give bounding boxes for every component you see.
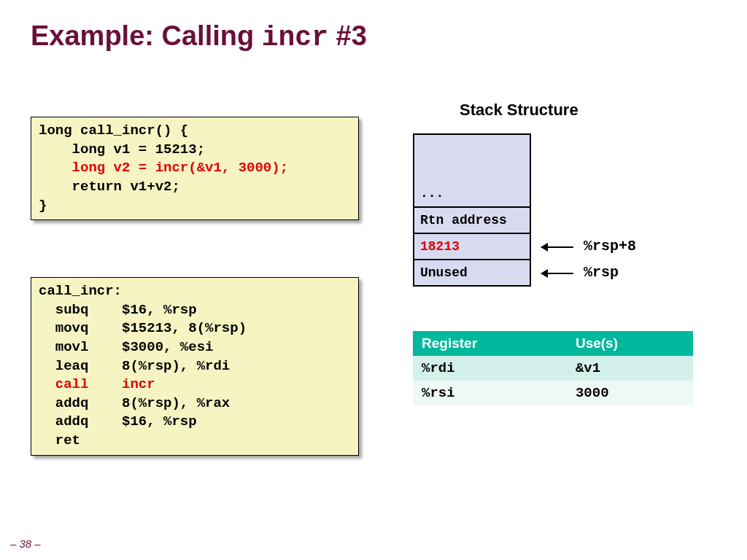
- c-line: long v1 = 15213;: [39, 141, 205, 158]
- asm-line-highlight: call incr: [39, 376, 155, 392]
- reg-name: %rdi: [413, 356, 567, 381]
- stack-cell: Unused: [413, 260, 531, 287]
- c-line-highlight: long v2 = incr(&v1, 3000);: [39, 160, 288, 176]
- slide-title: Example: Calling incr #3: [31, 20, 367, 53]
- stack-cell-value: 18213: [413, 234, 531, 260]
- arrow-icon: [541, 273, 573, 274]
- reg-name: %rsi: [413, 381, 567, 405]
- stack-cell: Rtn address: [413, 208, 531, 234]
- stack-pointer-label: %rsp+8: [584, 238, 636, 254]
- register-table: Register Use(s) %rdi &v1 %rsi 3000: [413, 331, 693, 405]
- stack-pointer-label: %rsp: [584, 264, 619, 281]
- asm-line: movl $3000, %esi: [39, 339, 213, 355]
- asm-line: leaq 8(%rsp), %rdi: [39, 358, 230, 374]
- title-prefix: Example: Calling: [31, 20, 262, 51]
- asm-line: addq 8(%rsp), %rax: [39, 395, 230, 411]
- table-header: Register: [413, 331, 567, 356]
- page-number: – 38 –: [10, 537, 41, 550]
- stack-structure-title: Stack Structure: [460, 101, 578, 120]
- table-header: Use(s): [567, 331, 693, 356]
- table-row: %rdi &v1: [413, 356, 693, 381]
- stack-cell: ...: [413, 133, 531, 208]
- asm-line: call_incr:: [39, 283, 122, 299]
- arrow-icon: [541, 246, 573, 248]
- c-source-box: long call_incr() { long v1 = 15213; long…: [31, 117, 359, 220]
- c-line: }: [39, 198, 47, 214]
- title-suffix: #3: [328, 20, 367, 51]
- table-header-row: Register Use(s): [413, 331, 693, 356]
- c-line: long call_incr() {: [39, 122, 188, 139]
- reg-use: &v1: [567, 356, 693, 381]
- asm-line: ret: [39, 432, 80, 448]
- table-row: %rsi 3000: [413, 381, 693, 405]
- asm-box: call_incr: subq $16, %rsp movq $15213, 8…: [31, 277, 359, 456]
- stack-diagram: ... Rtn address 18213 Unused: [413, 133, 531, 287]
- reg-use: 3000: [567, 381, 693, 405]
- asm-line: addq $16, %rsp: [39, 413, 197, 429]
- asm-line: subq $16, %rsp: [39, 302, 197, 318]
- c-line: return v1+v2;: [39, 179, 180, 195]
- asm-line: movq $15213, 8(%rsp): [39, 320, 247, 336]
- title-mono: incr: [262, 22, 328, 53]
